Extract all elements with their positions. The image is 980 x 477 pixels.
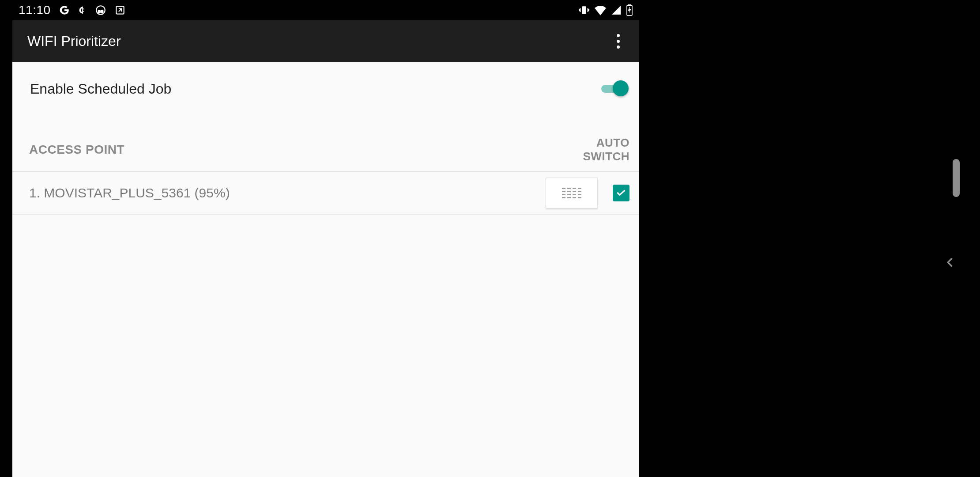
status-bar-right xyxy=(578,4,633,16)
svg-rect-2 xyxy=(582,6,586,14)
enable-scheduled-job-toggle[interactable] xyxy=(601,80,627,97)
svg-rect-4 xyxy=(629,4,631,5)
battery-charging-icon xyxy=(626,4,633,16)
header-auto-switch: AUTO SWITCH xyxy=(572,136,629,163)
cents-icon xyxy=(78,6,87,15)
square-arrow-icon xyxy=(114,4,126,16)
app-bar: WIFI Prioritizer xyxy=(12,20,639,62)
status-bar-left: 11:10 xyxy=(19,3,126,17)
header-auto-switch-line2: SWITCH xyxy=(583,150,629,163)
wifi-icon xyxy=(594,5,607,15)
header-auto-switch-line1: AUTO xyxy=(596,136,629,149)
enable-scheduled-job-row[interactable]: Enable Scheduled Job xyxy=(12,62,639,116)
status-bar: 11:10 xyxy=(12,0,639,20)
overflow-menu-button[interactable] xyxy=(606,29,630,53)
header-access-point: ACCESS POINT xyxy=(29,143,124,157)
headphones-icon xyxy=(95,4,106,16)
google-icon xyxy=(59,4,70,16)
content-area: Enable Scheduled Job ACCESS POINT AUTO S… xyxy=(12,62,639,215)
back-button[interactable] xyxy=(944,256,956,269)
check-icon xyxy=(615,187,627,199)
vibrate-icon xyxy=(578,4,590,16)
app-title: WIFI Prioritizer xyxy=(27,33,121,49)
enable-scheduled-job-label: Enable Scheduled Job xyxy=(30,81,171,97)
chevron-left-icon xyxy=(944,256,956,269)
nav-handle[interactable] xyxy=(953,159,960,197)
status-time: 11:10 xyxy=(19,3,51,17)
drag-handle[interactable] xyxy=(546,178,598,208)
drag-handle-icon xyxy=(562,188,581,198)
auto-switch-checkbox[interactable] xyxy=(613,185,629,201)
app-viewport: WIFI Prioritizer Enable Scheduled Job AC… xyxy=(12,20,639,477)
device-frame: 11:10 xyxy=(0,0,980,477)
svg-point-0 xyxy=(96,6,105,15)
system-nav-rail xyxy=(936,0,980,477)
more-vert-icon xyxy=(617,34,620,49)
access-point-name: 1. MOVISTAR_PLUS_5361 (95%) xyxy=(29,186,546,201)
access-point-row[interactable]: 1. MOVISTAR_PLUS_5361 (95%) xyxy=(12,172,639,215)
switch-thumb xyxy=(613,80,629,96)
list-header: ACCESS POINT AUTO SWITCH xyxy=(12,116,639,172)
cell-signal-icon xyxy=(611,5,622,15)
